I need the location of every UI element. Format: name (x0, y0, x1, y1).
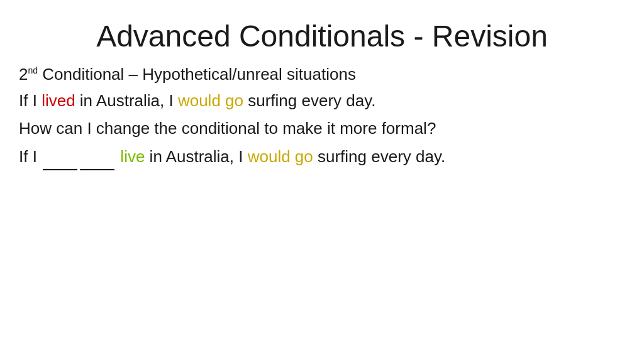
line3-suffix: surfing every day. (313, 147, 446, 166)
line3-word1: live (120, 147, 145, 166)
line3-word2: would go (248, 147, 313, 166)
subtitle-line: 2nd Conditional – Hypothetical/unreal si… (19, 65, 625, 84)
slide: Advanced Conditionals - Revision 2nd Con… (0, 0, 644, 362)
blank-2 (80, 146, 114, 170)
line1-middle: in Australia, I (75, 91, 178, 110)
slide-title: Advanced Conditionals - Revision (19, 19, 625, 53)
line1-word1: lived (42, 91, 75, 110)
blank-1 (43, 146, 77, 170)
line1-suffix: surfing every day. (243, 91, 376, 110)
line1-prefix: If I (19, 91, 42, 110)
example-sentence-line: If I lived in Australia, I would go surf… (19, 89, 625, 112)
line3-prefix: If I (19, 147, 42, 166)
ordinal-suffix: nd (28, 65, 38, 75)
question-line: How can I change the conditional to make… (19, 117, 625, 140)
fill-in-sentence-line: If I live in Australia, I would go surfi… (19, 145, 625, 169)
line1-word2: would go (178, 91, 243, 110)
subtitle-rest: Conditional – Hypothetical/unreal situat… (38, 65, 356, 84)
ordinal-number: 2 (19, 65, 28, 84)
line3-middle: in Australia, I (145, 147, 247, 166)
